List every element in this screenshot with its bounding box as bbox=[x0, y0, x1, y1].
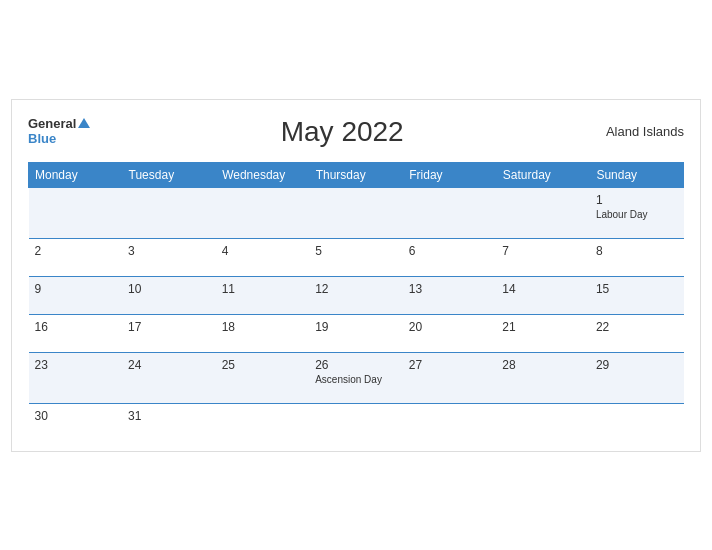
logo-blue-text: Blue bbox=[28, 132, 90, 146]
calendar-week-row: 16171819202122 bbox=[29, 314, 684, 352]
calendar-day-cell: 26Ascension Day bbox=[309, 352, 403, 403]
calendar-day-cell: 27 bbox=[403, 352, 497, 403]
calendar-day-cell: 15 bbox=[590, 276, 684, 314]
day-number: 19 bbox=[315, 320, 397, 334]
weekday-header-row: MondayTuesdayWednesdayThursdayFridaySatu… bbox=[29, 162, 684, 187]
day-number: 3 bbox=[128, 244, 210, 258]
logo-general-text: General bbox=[28, 117, 90, 131]
calendar-day-cell bbox=[216, 187, 310, 238]
day-number: 9 bbox=[35, 282, 117, 296]
region-label: Aland Islands bbox=[594, 124, 684, 139]
day-number: 22 bbox=[596, 320, 678, 334]
day-number: 11 bbox=[222, 282, 304, 296]
calendar-day-cell: 12 bbox=[309, 276, 403, 314]
day-number: 26 bbox=[315, 358, 397, 372]
day-number: 4 bbox=[222, 244, 304, 258]
calendar-week-row: 3031 bbox=[29, 403, 684, 441]
day-number: 8 bbox=[596, 244, 678, 258]
calendar-day-cell: 22 bbox=[590, 314, 684, 352]
day-number: 21 bbox=[502, 320, 584, 334]
calendar-day-cell: 20 bbox=[403, 314, 497, 352]
calendar-day-cell: 11 bbox=[216, 276, 310, 314]
calendar-day-cell: 16 bbox=[29, 314, 123, 352]
day-number: 13 bbox=[409, 282, 491, 296]
day-number: 15 bbox=[596, 282, 678, 296]
day-number: 24 bbox=[128, 358, 210, 372]
calendar-day-cell bbox=[403, 403, 497, 441]
calendar-day-cell: 2 bbox=[29, 238, 123, 276]
calendar-day-cell: 7 bbox=[496, 238, 590, 276]
calendar-day-cell: 17 bbox=[122, 314, 216, 352]
day-number: 20 bbox=[409, 320, 491, 334]
calendar-week-row: 1Labour Day bbox=[29, 187, 684, 238]
calendar-day-cell: 6 bbox=[403, 238, 497, 276]
day-number: 2 bbox=[35, 244, 117, 258]
day-number: 7 bbox=[502, 244, 584, 258]
day-number: 25 bbox=[222, 358, 304, 372]
calendar-day-cell: 3 bbox=[122, 238, 216, 276]
calendar-day-cell: 5 bbox=[309, 238, 403, 276]
calendar-day-cell: 21 bbox=[496, 314, 590, 352]
calendar-day-cell: 1Labour Day bbox=[590, 187, 684, 238]
calendar-day-cell: 8 bbox=[590, 238, 684, 276]
day-number: 28 bbox=[502, 358, 584, 372]
calendar-day-cell bbox=[29, 187, 123, 238]
calendar-day-cell: 25 bbox=[216, 352, 310, 403]
day-number: 5 bbox=[315, 244, 397, 258]
weekday-header-thursday: Thursday bbox=[309, 162, 403, 187]
calendar-day-cell: 14 bbox=[496, 276, 590, 314]
calendar-day-cell bbox=[496, 187, 590, 238]
calendar-day-cell: 28 bbox=[496, 352, 590, 403]
calendar-header: General Blue May 2022 Aland Islands bbox=[28, 116, 684, 148]
calendar-day-cell: 31 bbox=[122, 403, 216, 441]
day-number: 29 bbox=[596, 358, 678, 372]
day-number: 31 bbox=[128, 409, 210, 423]
weekday-header-friday: Friday bbox=[403, 162, 497, 187]
day-number: 12 bbox=[315, 282, 397, 296]
calendar-week-row: 23242526Ascension Day272829 bbox=[29, 352, 684, 403]
calendar-week-row: 2345678 bbox=[29, 238, 684, 276]
weekday-header-saturday: Saturday bbox=[496, 162, 590, 187]
calendar-day-cell: 30 bbox=[29, 403, 123, 441]
calendar-day-cell bbox=[403, 187, 497, 238]
calendar-container: General Blue May 2022 Aland Islands Mond… bbox=[11, 99, 701, 452]
day-number: 17 bbox=[128, 320, 210, 334]
calendar-day-cell bbox=[590, 403, 684, 441]
calendar-table: MondayTuesdayWednesdayThursdayFridaySatu… bbox=[28, 162, 684, 441]
calendar-day-cell: 13 bbox=[403, 276, 497, 314]
calendar-week-row: 9101112131415 bbox=[29, 276, 684, 314]
day-number: 27 bbox=[409, 358, 491, 372]
day-number: 6 bbox=[409, 244, 491, 258]
calendar-day-cell: 29 bbox=[590, 352, 684, 403]
day-number: 30 bbox=[35, 409, 117, 423]
calendar-day-cell: 18 bbox=[216, 314, 310, 352]
day-number: 16 bbox=[35, 320, 117, 334]
month-title: May 2022 bbox=[90, 116, 594, 148]
day-number: 14 bbox=[502, 282, 584, 296]
calendar-day-cell: 10 bbox=[122, 276, 216, 314]
calendar-day-cell: 9 bbox=[29, 276, 123, 314]
logo-triangle-icon bbox=[78, 118, 90, 128]
weekday-header-sunday: Sunday bbox=[590, 162, 684, 187]
holiday-label: Ascension Day bbox=[315, 374, 397, 385]
calendar-day-cell: 23 bbox=[29, 352, 123, 403]
calendar-day-cell bbox=[309, 403, 403, 441]
day-number: 1 bbox=[596, 193, 678, 207]
weekday-header-tuesday: Tuesday bbox=[122, 162, 216, 187]
calendar-day-cell bbox=[496, 403, 590, 441]
calendar-day-cell bbox=[216, 403, 310, 441]
day-number: 18 bbox=[222, 320, 304, 334]
logo: General Blue bbox=[28, 117, 90, 146]
weekday-header-wednesday: Wednesday bbox=[216, 162, 310, 187]
calendar-day-cell: 19 bbox=[309, 314, 403, 352]
calendar-day-cell: 4 bbox=[216, 238, 310, 276]
day-number: 23 bbox=[35, 358, 117, 372]
holiday-label: Labour Day bbox=[596, 209, 678, 220]
day-number: 10 bbox=[128, 282, 210, 296]
weekday-header-monday: Monday bbox=[29, 162, 123, 187]
calendar-day-cell: 24 bbox=[122, 352, 216, 403]
calendar-day-cell bbox=[309, 187, 403, 238]
calendar-day-cell bbox=[122, 187, 216, 238]
